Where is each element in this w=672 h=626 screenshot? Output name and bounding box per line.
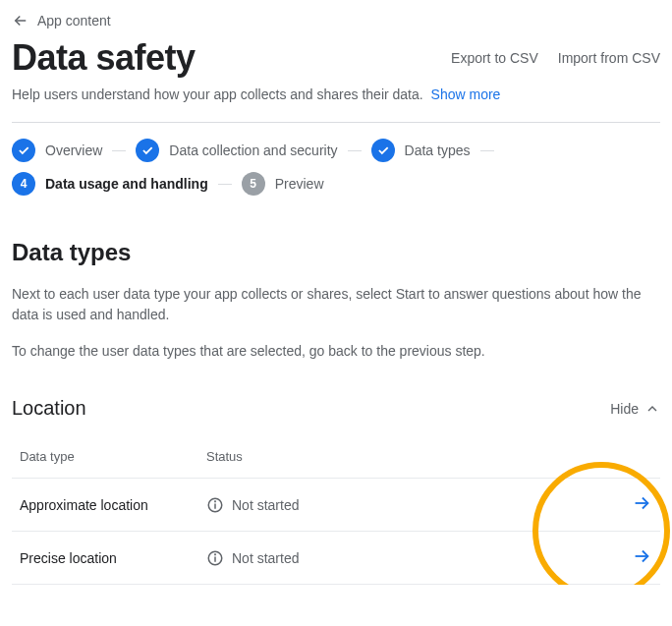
breadcrumb[interactable]: App content <box>12 0 660 37</box>
step-preview[interactable]: 5 Preview <box>242 172 324 196</box>
step-label: Data types <box>405 142 471 158</box>
table-header-row: Data type Status <box>12 435 660 479</box>
show-more-link[interactable]: Show more <box>431 86 501 102</box>
hide-label: Hide <box>610 401 639 417</box>
page-title: Data safety <box>12 37 196 79</box>
status-text: Not started <box>232 550 299 566</box>
section-body: Next to each user data type your app col… <box>12 284 660 362</box>
table-row: Approximate location Not started <box>12 479 660 532</box>
group-title: Location <box>12 397 86 420</box>
breadcrumb-label: App content <box>37 13 111 28</box>
section-para-1: Next to each user data type your app col… <box>12 284 660 325</box>
start-arrow-button[interactable] <box>631 545 652 567</box>
step-data-usage[interactable]: 4 Data usage and handling <box>12 172 208 196</box>
step-data-types[interactable]: Data types <box>371 139 471 162</box>
info-icon <box>206 496 224 514</box>
step-connector <box>218 184 232 185</box>
data-type-cell: Precise location <box>20 550 206 566</box>
step-label: Data collection and security <box>169 142 337 158</box>
group-header: Location Hide <box>12 397 660 420</box>
header-actions: Export to CSV Import from CSV <box>451 50 660 66</box>
data-type-cell: Approximate location <box>20 497 206 513</box>
start-arrow-button[interactable] <box>631 492 652 514</box>
chevron-up-icon <box>644 401 660 417</box>
step-number-badge: 5 <box>242 172 265 196</box>
data-type-table: Data type Status Approximate location No… <box>12 435 660 585</box>
section-heading: Data types <box>12 239 660 266</box>
export-csv-button[interactable]: Export to CSV <box>451 50 538 66</box>
check-icon <box>136 139 159 162</box>
back-arrow-icon <box>12 12 29 29</box>
info-icon <box>206 549 224 567</box>
step-data-collection[interactable]: Data collection and security <box>136 139 337 162</box>
status-cell: Not started <box>206 496 593 514</box>
step-overview[interactable]: Overview <box>12 139 102 162</box>
import-csv-button[interactable]: Import from CSV <box>558 50 660 66</box>
step-label: Preview <box>275 176 324 192</box>
status-cell: Not started <box>206 549 593 567</box>
step-connector <box>112 150 126 151</box>
step-label: Data usage and handling <box>45 176 208 192</box>
col-status: Status <box>206 449 593 464</box>
check-icon <box>371 139 395 162</box>
col-data-type: Data type <box>20 449 206 464</box>
table-row: Precise location Not started <box>12 532 660 585</box>
step-connector <box>348 150 362 151</box>
step-label: Overview <box>45 142 102 158</box>
step-connector <box>480 150 494 151</box>
stepper: Overview Data collection and security Da… <box>12 123 660 211</box>
hide-toggle[interactable]: Hide <box>610 401 660 417</box>
check-icon <box>12 139 35 162</box>
svg-point-2 <box>215 500 216 501</box>
step-number-badge: 4 <box>12 172 35 196</box>
svg-point-5 <box>215 553 216 554</box>
subtitle-text: Help users understand how your app colle… <box>12 86 423 102</box>
section-para-2: To change the user data types that are s… <box>12 341 660 362</box>
page-header: Data safety Export to CSV Import from CS… <box>12 37 660 79</box>
status-text: Not started <box>232 497 299 513</box>
page-subtitle: Help users understand how your app colle… <box>12 86 660 102</box>
